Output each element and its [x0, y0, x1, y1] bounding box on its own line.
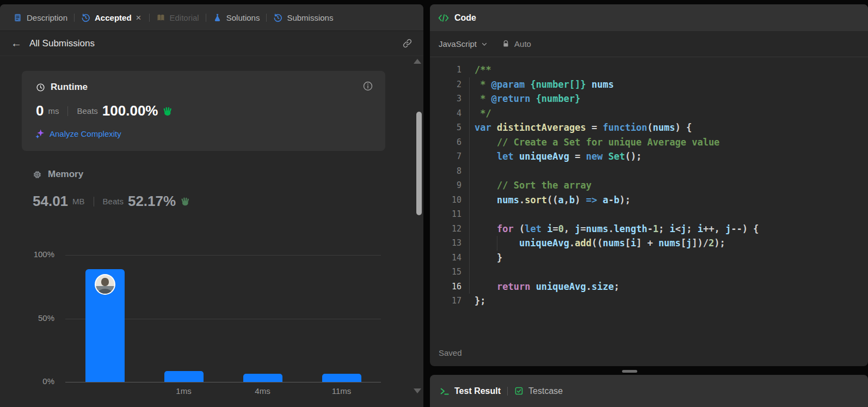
- book-icon: [156, 13, 165, 22]
- code-line[interactable]: 13 uniqueAvg.add((nums[i] + nums[j])/2);: [430, 236, 868, 251]
- scrollbar-down-arrow[interactable]: [414, 388, 421, 393]
- tab-solutions[interactable]: Solutions: [207, 13, 266, 22]
- tab-editorial[interactable]: Editorial: [151, 13, 205, 22]
- page-title: All Submissions: [29, 38, 95, 49]
- divider: [94, 197, 94, 206]
- back-arrow-icon[interactable]: ←: [11, 37, 22, 50]
- tab-accepted[interactable]: Accepted×: [76, 13, 147, 22]
- line-number: 2: [430, 77, 461, 92]
- code-line[interactable]: 17};: [430, 294, 868, 308]
- code-text: */: [461, 106, 491, 121]
- testcase-label: Testcase: [528, 386, 563, 396]
- code-line[interactable]: 12 for (let i=0, j=nums.length-1; i<j; i…: [430, 222, 868, 236]
- tab-label: Editorial: [170, 13, 199, 22]
- auto-mode-label: Auto: [514, 39, 531, 48]
- analyze-complexity-label: Analyze Complexity: [50, 129, 121, 138]
- submission-detail: Runtime 0 ms Beats 100.00%: [0, 56, 423, 406]
- memory-unit: MB: [72, 197, 85, 206]
- submission-panel: DescriptionAccepted×EditorialSolutionsSu…: [0, 4, 423, 407]
- analyze-complexity-button[interactable]: Analyze Complexity: [35, 129, 121, 139]
- code-line[interactable]: 10 nums.sort((a,b) => a-b);: [430, 193, 868, 208]
- code-text: // Create a Set for unique Average value: [461, 135, 719, 150]
- history-icon: [273, 13, 282, 22]
- code-text: nums.sort((a,b) => a-b);: [461, 193, 631, 208]
- chart-xlabel: 4ms: [223, 386, 302, 396]
- indent-guide: [497, 236, 497, 251]
- code-line[interactable]: 5var distinctAverages = function(nums) {: [430, 120, 868, 135]
- code-line[interactable]: 14 }: [430, 251, 868, 265]
- memory-section[interactable]: Memory 54.01 MB Beats 52.17%: [33, 169, 385, 210]
- code-line[interactable]: 11: [430, 207, 868, 222]
- code-brackets-icon: [438, 13, 449, 23]
- line-number: 16: [430, 280, 461, 294]
- tab-testcase[interactable]: Testcase: [514, 386, 563, 396]
- document-icon: [13, 13, 22, 22]
- clock-icon: [36, 83, 45, 92]
- runtime-bar[interactable]: [85, 269, 125, 382]
- tab-label: Accepted: [95, 13, 132, 22]
- line-number: 13: [430, 236, 461, 251]
- runtime-bar[interactable]: [164, 371, 204, 382]
- divider: [507, 387, 508, 396]
- runtime-card[interactable]: Runtime 0 ms Beats 100.00%: [22, 71, 385, 151]
- sparkle-icon: [35, 129, 45, 139]
- chart-gridline: [65, 255, 381, 256]
- code-editor[interactable]: 1/**2 * @param {number[]} nums3 * @retur…: [430, 57, 868, 308]
- tab-separator: [266, 14, 267, 22]
- beats-label: Beats: [77, 106, 97, 116]
- code-text: var distinctAverages = function(nums) {: [461, 120, 692, 135]
- memory-value: 54.01: [33, 193, 68, 210]
- code-line[interactable]: 7 let uniqueAvg = new Set();: [430, 149, 868, 164]
- code-line[interactable]: 16 return uniqueAvg.size;: [430, 280, 868, 294]
- runtime-value: 0: [36, 102, 44, 119]
- code-text: [461, 265, 475, 280]
- tab-test-result[interactable]: Test Result: [440, 386, 501, 396]
- runtime-bar[interactable]: [322, 374, 361, 382]
- language-selector[interactable]: JavaScript: [439, 39, 488, 48]
- panel-resize-handle[interactable]: [622, 370, 637, 373]
- chart-bar-slot: [144, 255, 223, 382]
- tab-submissions[interactable]: Submissions: [268, 13, 338, 22]
- code-line[interactable]: 9 // Sort the array: [430, 178, 868, 193]
- info-icon[interactable]: [362, 81, 373, 92]
- chart-bar-slot: [223, 255, 302, 382]
- memory-chip-icon: [33, 170, 42, 179]
- code-panel-header: Code: [430, 4, 868, 31]
- code-line[interactable]: 4 */: [430, 106, 868, 121]
- copy-link-icon[interactable]: [402, 38, 413, 48]
- line-number: 4: [430, 106, 461, 121]
- runtime-bar[interactable]: [243, 374, 282, 382]
- scrollbar-thumb[interactable]: [416, 112, 422, 215]
- chart-ytick: 50%: [0, 313, 54, 323]
- code-line[interactable]: 8: [430, 164, 868, 179]
- chart-bars: [65, 255, 381, 382]
- tab-label: Submissions: [287, 13, 333, 22]
- runtime-beats-value: 100.00%: [102, 102, 158, 119]
- code-line[interactable]: 6 // Create a Set for unique Average val…: [430, 135, 868, 150]
- close-icon[interactable]: ×: [135, 13, 143, 22]
- code-line[interactable]: 2 * @param {number[]} nums: [430, 77, 868, 92]
- chart-ytick: 0%: [0, 376, 54, 386]
- auto-mode-toggle[interactable]: Auto: [502, 39, 531, 48]
- memory-beats-label: Beats: [103, 197, 124, 206]
- line-number: 1: [430, 63, 461, 77]
- code-tab-label[interactable]: Code: [454, 13, 476, 23]
- memory-title: Memory: [48, 169, 83, 180]
- tab-description[interactable]: Description: [8, 13, 73, 22]
- code-text: };: [461, 294, 485, 308]
- chart-xlabel: 11ms: [302, 386, 381, 396]
- line-number: 15: [430, 265, 461, 280]
- code-line[interactable]: 1/**: [430, 63, 868, 77]
- chart-gridline: [65, 382, 381, 382]
- save-status: Saved: [439, 348, 462, 357]
- indent-guide: [469, 77, 470, 294]
- chevron-down-icon: [481, 41, 488, 47]
- scrollbar-up-arrow[interactable]: [414, 59, 421, 64]
- waving-hand-icon: [180, 196, 190, 206]
- code-line[interactable]: 15: [430, 265, 868, 280]
- line-number: 11: [430, 207, 461, 222]
- code-text: return uniqueAvg.size;: [461, 280, 619, 294]
- runtime-title: Runtime: [51, 82, 88, 93]
- code-line[interactable]: 3 * @return {number}: [430, 92, 868, 106]
- line-number: 17: [430, 294, 461, 308]
